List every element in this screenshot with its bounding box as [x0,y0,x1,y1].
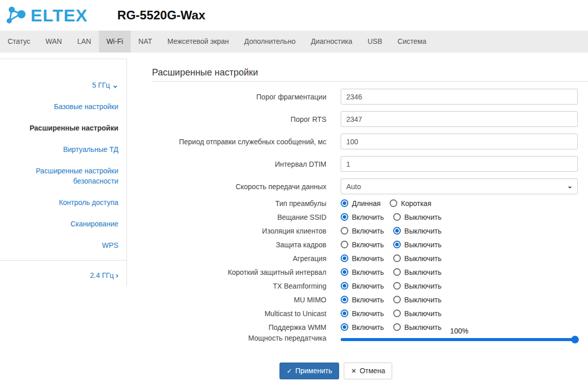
radio-icon[interactable] [393,309,401,317]
form-row: Интервал DTIM [152,156,588,172]
apply-button-label: Применить [295,367,332,375]
radio-icon[interactable] [341,227,348,235]
cancel-button[interactable]: ✕ Отмена [344,363,392,379]
radio-option-label: Включить [352,213,384,221]
radio-icon[interactable] [341,241,348,248]
tab-system[interactable]: Система [390,31,434,53]
form-row: Изоляция клиентов Включить Выключить [152,224,588,238]
dtim-interval-input[interactable] [341,156,578,172]
form-row: Вещание SSID Включить Выключить [152,210,588,224]
radio-icon[interactable] [341,309,348,317]
tab-advanced[interactable]: Дополнительно [237,31,303,53]
radio-option-label: Включить [352,282,384,290]
client-isolation-disable-option[interactable]: Выключить [393,227,442,235]
apply-button[interactable]: ✓ Применить [279,363,339,379]
fragmentation-threshold-input[interactable] [341,89,578,105]
frame-protection-enable-option[interactable]: Включить [341,241,384,249]
tx-beamforming-enable-option[interactable]: Включить [341,282,384,290]
radio-icon[interactable] [393,241,401,248]
radio-option-label: Выключить [404,241,442,249]
radio-option-label: Выключить [404,268,442,276]
radio-icon[interactable] [393,227,401,235]
field-label: Агрегация [152,254,341,263]
sidebar-item-access-control[interactable]: Контроль доступа [0,192,126,213]
tab-nat[interactable]: NAT [131,31,160,53]
radio-icon[interactable] [341,268,348,276]
sidebar-item-advanced-settings[interactable]: Расширенные настройки [0,117,126,139]
ssid-broadcast-disable-option[interactable]: Выключить [393,213,442,221]
tx-power-slider[interactable] [341,338,578,341]
tx-beamforming-radio-group: Включить Выключить [341,282,442,290]
radio-icon[interactable] [393,268,401,276]
field-label: Порог RTS [152,115,341,124]
main-content: Расширенные настройки Порог фрагментации… [127,53,588,379]
sidebar-item-wps[interactable]: WPS [0,235,126,256]
preamble-type-long-option[interactable]: Длинная [341,199,380,208]
frame-protection-disable-option[interactable]: Выключить [393,241,442,249]
multicast-to-unicast-disable-option[interactable]: Выключить [393,309,442,318]
ssid-broadcast-radio-group: Включить Выключить [341,213,442,221]
sidebar-item-basic-settings[interactable]: Базовые настройки [0,96,126,117]
short-gi-enable-option[interactable]: Включить [341,268,384,276]
radio-icon[interactable] [393,213,401,221]
field-label: Интервал DTIM [152,160,341,169]
form-row: MU MIMO Включить Выключить [152,293,588,306]
radio-icon[interactable] [341,296,348,303]
tx-power-value: 100% [341,327,578,335]
multicast-to-unicast-enable-option[interactable]: Включить [341,309,384,318]
radio-icon[interactable] [390,199,397,207]
radio-option-label: Выключить [404,213,442,221]
beacon-interval-input[interactable] [341,134,578,149]
tab-lan[interactable]: LAN [69,31,98,53]
client-isolation-enable-option[interactable]: Включить [341,227,384,235]
title-divider [152,81,588,82]
tx-power-slider-wrap: 100% [341,327,578,341]
frame-protection-radio-group: Включить Выключить [341,241,442,249]
preamble-type-short-option[interactable]: Короткая [390,199,431,208]
check-icon: ✓ [287,367,292,375]
radio-icon[interactable] [341,282,348,290]
sidebar-item-scanning[interactable]: Сканирование [0,213,126,235]
radio-icon[interactable] [341,323,348,331]
radio-icon[interactable] [341,213,348,221]
radio-icon[interactable] [393,296,401,303]
radio-icon[interactable] [393,254,401,262]
data-rate-select-wrap: Auto ⌄ [341,178,578,194]
aggregation-enable-option[interactable]: Включить [341,254,384,263]
tab-wifi[interactable]: Wi-Fi [99,31,131,53]
main-nav: Статус WAN LAN Wi-Fi NAT Межсетевой экра… [0,31,588,53]
sidebar-item-advanced-security-settings[interactable]: Расширенные настройки безопасности [0,160,126,192]
tab-status[interactable]: Статус [0,31,38,53]
radio-icon[interactable] [341,199,348,207]
form-row: Тип преамбулы Длинная Короткая [152,196,588,210]
ssid-broadcast-enable-option[interactable]: Включить [341,213,384,221]
client-isolation-radio-group: Включить Выключить [341,227,442,235]
tab-wan[interactable]: WAN [38,31,69,53]
radio-icon[interactable] [393,323,401,331]
radio-icon[interactable] [393,282,401,290]
data-rate-select[interactable]: Auto [341,178,578,194]
tx-beamforming-disable-option[interactable]: Выключить [393,282,442,290]
tab-firewall[interactable]: Межсетевой экран [160,31,237,53]
mu-mimo-disable-option[interactable]: Выключить [393,296,442,304]
tab-usb[interactable]: USB [360,31,390,53]
tx-power-slider-thumb[interactable] [571,336,579,344]
field-label: TX Beamforming [152,281,341,291]
field-label: Короткий защитный интервал [152,268,341,277]
rts-threshold-input[interactable] [341,111,578,127]
mu-mimo-enable-option[interactable]: Включить [341,296,384,304]
chevron-down-icon: ⌄ [112,81,118,89]
short-gi-disable-option[interactable]: Выключить [393,268,442,276]
field-label: Multicast to Unicast [152,309,341,318]
radio-option-label: Включить [352,296,384,304]
form-row: Агрегация Включить Выключить [152,251,588,265]
sidebar-item-24ghz-group[interactable]: 2.4 ГГц › [0,265,126,286]
sidebar-item-virtual-ap[interactable]: Виртуальные ТД [0,139,126,160]
tab-diagnostics[interactable]: Диагностика [303,31,360,53]
radio-option-label: Выключить [404,254,442,263]
device-title: RG-5520G-Wax [117,8,206,22]
short-gi-radio-group: Включить Выключить [341,268,442,276]
radio-icon[interactable] [341,254,348,262]
aggregation-disable-option[interactable]: Выключить [393,254,442,263]
sidebar-item-5ghz-group[interactable]: 5 ГГц ⌄ [0,74,126,96]
